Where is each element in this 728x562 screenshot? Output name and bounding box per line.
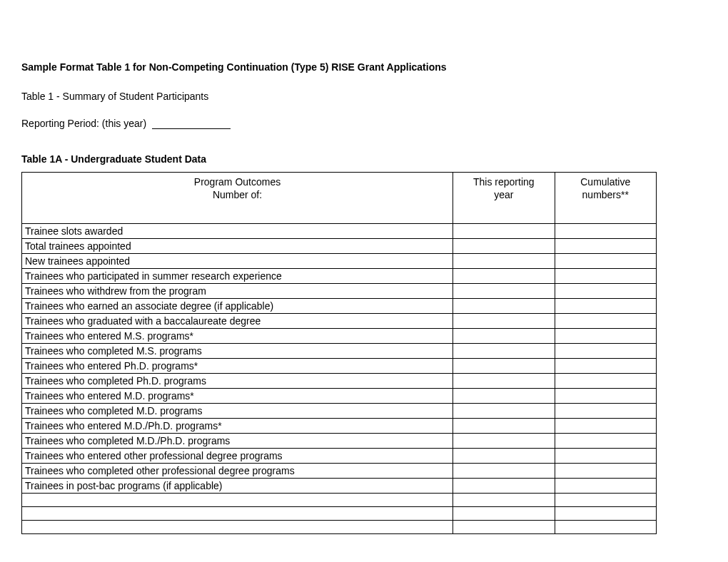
row-label: Trainees who completed Ph.D. programs bbox=[22, 374, 453, 389]
row-cumulative bbox=[555, 404, 657, 419]
row-label: Trainees who earned an associate degree … bbox=[22, 299, 453, 314]
table-1a-heading: Table 1A - Undergraduate Student Data bbox=[21, 153, 707, 165]
reporting-period-blank bbox=[152, 128, 231, 129]
row-label: Trainees who participated in summer rese… bbox=[22, 269, 453, 284]
row-cumulative bbox=[555, 521, 657, 534]
row-label: Trainees who completed other professiona… bbox=[22, 464, 453, 479]
row-this-year bbox=[453, 344, 555, 359]
table-row: Trainees who entered M.D./Ph.D. programs… bbox=[22, 419, 657, 434]
table-row bbox=[22, 521, 657, 534]
row-label: Total trainees appointed bbox=[22, 239, 453, 254]
row-this-year bbox=[453, 239, 555, 254]
row-cumulative bbox=[555, 479, 657, 494]
row-label bbox=[22, 521, 453, 534]
row-cumulative bbox=[555, 299, 657, 314]
row-this-year bbox=[453, 419, 555, 434]
header-this-year-line1: This reporting bbox=[473, 176, 535, 188]
table-row: New trainees appointed bbox=[22, 254, 657, 269]
row-this-year bbox=[453, 224, 555, 239]
table-row: Trainees who entered M.S. programs* bbox=[22, 329, 657, 344]
row-this-year bbox=[453, 494, 555, 507]
row-this-year bbox=[453, 404, 555, 419]
row-cumulative bbox=[555, 507, 657, 521]
header-cumulative: Cumulative numbers** bbox=[555, 172, 657, 224]
row-this-year bbox=[453, 449, 555, 464]
row-label bbox=[22, 507, 453, 521]
row-cumulative bbox=[555, 269, 657, 284]
row-this-year bbox=[453, 434, 555, 449]
table-row: Trainee slots awarded bbox=[22, 224, 657, 239]
row-cumulative bbox=[555, 344, 657, 359]
row-cumulative bbox=[555, 389, 657, 404]
table-row: Trainees who earned an associate degree … bbox=[22, 299, 657, 314]
row-label: Trainees who completed M.S. programs bbox=[22, 344, 453, 359]
row-cumulative bbox=[555, 329, 657, 344]
header-outcomes-line1: Program Outcomes bbox=[194, 176, 280, 188]
header-program-outcomes: Program Outcomes Number of: bbox=[22, 172, 453, 224]
row-label: New trainees appointed bbox=[22, 254, 453, 269]
row-label: Trainees who entered other professional … bbox=[22, 449, 453, 464]
table-row bbox=[22, 507, 657, 521]
row-this-year bbox=[453, 359, 555, 374]
header-cumulative-line2: numbers** bbox=[582, 189, 629, 200]
table-row: Trainees who entered Ph.D. programs* bbox=[22, 359, 657, 374]
reporting-period-label: Reporting Period: (this year) bbox=[21, 118, 146, 129]
row-this-year bbox=[453, 507, 555, 521]
header-outcomes-line2: Number of: bbox=[213, 189, 262, 200]
row-cumulative bbox=[555, 434, 657, 449]
row-this-year bbox=[453, 254, 555, 269]
table-header-row: Program Outcomes Number of: This reporti… bbox=[22, 172, 657, 224]
row-this-year bbox=[453, 284, 555, 299]
row-label: Trainees who entered M.D./Ph.D. programs… bbox=[22, 419, 453, 434]
header-this-year-line2: year bbox=[494, 189, 513, 200]
row-label: Trainees who entered M.S. programs* bbox=[22, 329, 453, 344]
row-label: Trainees who entered Ph.D. programs* bbox=[22, 359, 453, 374]
table-row: Trainees who entered M.D. programs* bbox=[22, 389, 657, 404]
table-subtitle: Table 1 - Summary of Student Participant… bbox=[21, 91, 707, 102]
header-this-year: This reporting year bbox=[453, 172, 555, 224]
row-label: Trainees who entered M.D. programs* bbox=[22, 389, 453, 404]
reporting-period-line: Reporting Period: (this year) bbox=[21, 118, 707, 129]
row-label: Trainees who graduated with a baccalaure… bbox=[22, 314, 453, 329]
table-row: Trainees who completed M.D. programs bbox=[22, 404, 657, 419]
table-row: Trainees who completed other professiona… bbox=[22, 464, 657, 479]
undergraduate-data-table: Program Outcomes Number of: This reporti… bbox=[21, 172, 657, 535]
row-cumulative bbox=[555, 449, 657, 464]
row-this-year bbox=[453, 269, 555, 284]
row-label bbox=[22, 494, 453, 507]
row-label: Trainees who completed M.D./Ph.D. progra… bbox=[22, 434, 453, 449]
table-row: Trainees who completed Ph.D. programs bbox=[22, 374, 657, 389]
row-label: Trainees who withdrew from the program bbox=[22, 284, 453, 299]
row-this-year bbox=[453, 329, 555, 344]
table-row: Trainees in post-bac programs (if applic… bbox=[22, 479, 657, 494]
row-cumulative bbox=[555, 464, 657, 479]
table-row: Trainees who completed M.S. programs bbox=[22, 344, 657, 359]
row-label: Trainee slots awarded bbox=[22, 224, 453, 239]
row-this-year bbox=[453, 299, 555, 314]
row-cumulative bbox=[555, 494, 657, 507]
table-row: Trainees who participated in summer rese… bbox=[22, 269, 657, 284]
row-this-year bbox=[453, 314, 555, 329]
row-this-year bbox=[453, 521, 555, 534]
table-row: Total trainees appointed bbox=[22, 239, 657, 254]
row-cumulative bbox=[555, 254, 657, 269]
row-cumulative bbox=[555, 374, 657, 389]
row-this-year bbox=[453, 479, 555, 494]
table-row: Trainees who completed M.D./Ph.D. progra… bbox=[22, 434, 657, 449]
row-label: Trainees in post-bac programs (if applic… bbox=[22, 479, 453, 494]
row-cumulative bbox=[555, 284, 657, 299]
row-this-year bbox=[453, 389, 555, 404]
table-row: Trainees who entered other professional … bbox=[22, 449, 657, 464]
row-this-year bbox=[453, 464, 555, 479]
row-cumulative bbox=[555, 419, 657, 434]
row-label: Trainees who completed M.D. programs bbox=[22, 404, 453, 419]
row-cumulative bbox=[555, 314, 657, 329]
row-cumulative bbox=[555, 359, 657, 374]
header-cumulative-line1: Cumulative bbox=[580, 176, 630, 188]
row-cumulative bbox=[555, 239, 657, 254]
table-row: Trainees who withdrew from the program bbox=[22, 284, 657, 299]
table-row: Trainees who graduated with a baccalaure… bbox=[22, 314, 657, 329]
document-title: Sample Format Table 1 for Non-Competing … bbox=[21, 61, 521, 75]
row-this-year bbox=[453, 374, 555, 389]
row-cumulative bbox=[555, 224, 657, 239]
